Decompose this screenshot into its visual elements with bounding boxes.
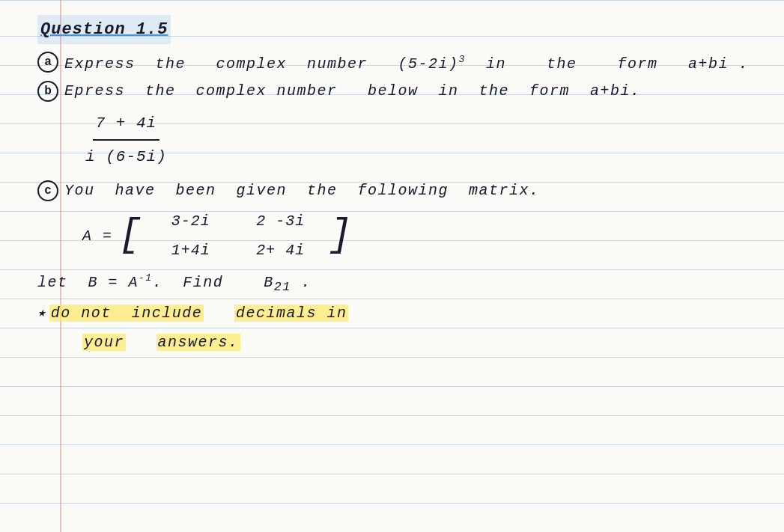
page-title: Question 1.5 [37, 15, 171, 44]
highlight-do-not: do not include [49, 305, 204, 322]
matrix-cell-r1c1: 3-2i [146, 207, 236, 236]
part-c-label: c [37, 180, 58, 201]
let-b-row: let B = A-1. Find B21 . [37, 268, 754, 297]
let-b-text: let B = A-1. Find B21 . [37, 263, 312, 302]
fraction-numerator: 7 + 4i [93, 108, 160, 141]
page: Question 1.5 a Express the complex numbe… [0, 0, 784, 532]
content-area: Question 1.5 a Express the complex numbe… [30, 15, 754, 357]
fraction-denominator: i (6-5i) [82, 141, 170, 171]
matrix-cell-r2c1: 1+4i [146, 236, 236, 265]
part-a-row: a Express the complex number (5-2i)3 in … [37, 47, 754, 76]
matrix-bracket-right: ] [329, 216, 353, 255]
fraction: 7 + 4i i (6-5i) [82, 108, 170, 171]
part-c-text: You have been given the following matrix… [64, 176, 540, 205]
b21-subscript: 21 [274, 280, 291, 294]
part-a-label: a [37, 52, 58, 73]
title-row: Question 1.5 [37, 15, 754, 44]
part-c-row: c You have been given the following matr… [37, 176, 754, 205]
part-b-text: Epress the complex number below in the f… [64, 76, 641, 106]
matrix-block: A = [ 3-2i 2 -3i 1+4i 2+ 4i ] [82, 207, 754, 265]
highlight-answers: answers. [157, 334, 240, 351]
matrix-equation-label: A = [82, 221, 113, 251]
matrix-bracket-left: [ [119, 216, 143, 255]
highlight-decimals: decimals in [234, 305, 349, 322]
matrix-cell-r1c2: 2 -3i [236, 207, 326, 236]
note-text-2: your answers. [82, 328, 240, 357]
note-row-1: ★ do not include decimals in [37, 299, 754, 328]
star-icon: ★ [37, 299, 46, 328]
part-b-label: b [37, 81, 58, 102]
part-a-superscript: 3 [459, 54, 466, 65]
note-text-1: do not include decimals in [49, 299, 349, 328]
matrix-cell-r2c2: 2+ 4i [236, 236, 326, 265]
matrix-wrapper: [ 3-2i 2 -3i 1+4i 2+ 4i ] [119, 207, 353, 265]
highlight-your: your [82, 334, 126, 351]
note-row-2: your answers. [82, 328, 754, 357]
inverse-superscript: -1 [139, 272, 153, 284]
part-b-row: b Epress the complex number below in the… [37, 76, 754, 106]
matrix-cells: 3-2i 2 -3i 1+4i 2+ 4i [146, 207, 326, 265]
fraction-block: 7 + 4i i (6-5i) [82, 108, 170, 171]
part-a-text: Express the complex number (5-2i)3 in th… [64, 45, 749, 79]
